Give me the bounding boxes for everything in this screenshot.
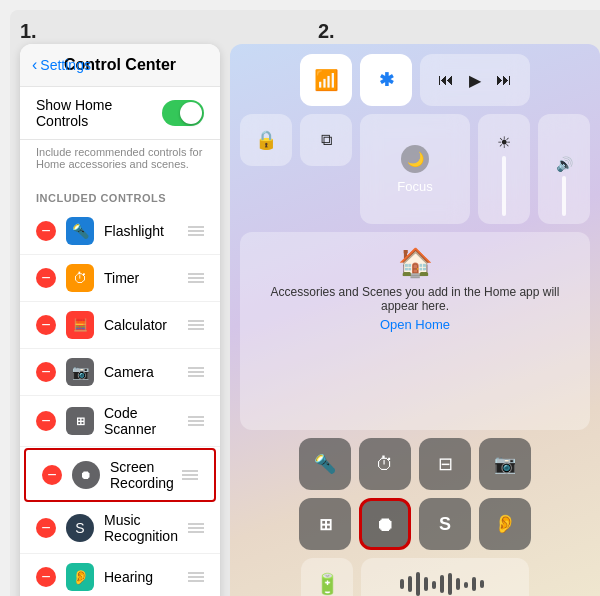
control-item-timer[interactable]: ⏱ Timer — [20, 255, 220, 302]
hearing-cc-icon: 👂 — [494, 513, 516, 535]
drag-handle[interactable] — [188, 416, 204, 426]
calculator-cc-icon: ⊟ — [438, 453, 453, 475]
svg-rect-9 — [472, 577, 476, 591]
remove-code-scanner-button[interactable] — [36, 411, 56, 431]
battery-button[interactable]: 🔋 — [301, 558, 353, 596]
control-item-flashlight[interactable]: 🔦 Flashlight — [20, 208, 220, 255]
remove-camera-button[interactable] — [36, 362, 56, 382]
code-scanner-label: Code Scanner — [104, 405, 188, 437]
hearing-cc-button[interactable]: 👂 — [479, 498, 531, 550]
music-recognition-label: Music Recognition — [104, 512, 188, 544]
waveform-icon — [395, 569, 495, 596]
svg-rect-3 — [424, 577, 428, 591]
battery-icon: 🔋 — [315, 572, 340, 596]
camera-cc-icon: 📷 — [494, 453, 516, 475]
wifi-icon: 📶 — [314, 68, 339, 92]
control-item-screen-recording[interactable]: ⏺ Screen Recording — [24, 448, 216, 502]
settings-back-button[interactable]: ‹ Settings — [32, 56, 91, 74]
settings-panel: ‹ Settings Control Center Show Home Cont… — [20, 44, 220, 596]
shazam-cc-button[interactable]: S — [419, 498, 471, 550]
forward-icon: ⏭ — [496, 71, 512, 89]
volume-slider[interactable]: 🔊 — [538, 114, 590, 224]
flashlight-cc-button[interactable]: 🔦 — [299, 438, 351, 490]
drag-handle[interactable] — [188, 523, 204, 533]
screen-recording-cc-button[interactable]: ⏺ — [359, 498, 411, 550]
rotation-icon: 🔒 — [255, 129, 277, 151]
remove-timer-button[interactable] — [36, 268, 56, 288]
svg-rect-7 — [456, 578, 460, 590]
drag-handle[interactable] — [188, 367, 204, 377]
wifi-button[interactable]: 📶 — [300, 54, 352, 106]
drag-handle[interactable] — [188, 320, 204, 330]
show-home-controls-toggle[interactable] — [162, 100, 204, 126]
control-item-camera[interactable]: 📷 Camera — [20, 349, 220, 396]
svg-rect-5 — [440, 575, 444, 593]
scanner-cc-icon: ⊞ — [319, 515, 332, 534]
drag-handle[interactable] — [188, 572, 204, 582]
remove-calculator-button[interactable] — [36, 315, 56, 335]
svg-rect-10 — [480, 580, 484, 588]
volume-icon: 🔊 — [556, 156, 573, 172]
brightness-slider[interactable]: ☀ — [478, 114, 530, 224]
control-center-panel: 📶 ✱ ⏮ ▶ ⏭ 🔒 ⧉ 🌙 Focus — [230, 44, 600, 596]
drag-handle[interactable] — [182, 470, 198, 480]
mirror-button[interactable]: ⧉ — [300, 114, 352, 166]
cc-row-2: 🔒 ⧉ 🌙 Focus ☀ 🔊 — [240, 114, 590, 224]
camera-icon: 📷 — [66, 358, 94, 386]
control-item-hearing[interactable]: 👂 Hearing — [20, 554, 220, 596]
svg-rect-6 — [448, 573, 452, 595]
flashlight-icon: 🔦 — [66, 217, 94, 245]
scanner-cc-button[interactable]: ⊞ — [299, 498, 351, 550]
svg-rect-8 — [464, 582, 468, 588]
rewind-icon: ⏮ — [438, 71, 454, 89]
remove-screen-recording-button[interactable] — [42, 465, 62, 485]
playback-controls[interactable]: ⏮ ▶ ⏭ — [420, 54, 530, 106]
drag-handle[interactable] — [188, 273, 204, 283]
focus-icon: 🌙 — [401, 145, 429, 173]
flashlight-label: Flashlight — [104, 223, 188, 239]
rotation-lock-button[interactable]: 🔒 — [240, 114, 292, 166]
settings-header: ‹ Settings Control Center — [20, 44, 220, 87]
control-item-music-recognition[interactable]: S Music Recognition — [20, 503, 220, 554]
music-recognition-icon: S — [66, 514, 94, 542]
focus-button[interactable]: 🌙 Focus — [360, 114, 470, 224]
mirror-icon: ⧉ — [321, 131, 332, 149]
control-item-code-scanner[interactable]: ⊞ Code Scanner — [20, 396, 220, 447]
control-item-calculator[interactable]: 🧮 Calculator — [20, 302, 220, 349]
screen-recording-label: Screen Recording — [110, 459, 182, 491]
screen-recording-icon: ⏺ — [72, 461, 100, 489]
open-home-link[interactable]: Open Home — [254, 317, 576, 332]
toggle-label: Show Home Controls — [36, 97, 162, 129]
focus-label: Focus — [397, 179, 432, 194]
svg-rect-1 — [408, 576, 412, 592]
cc-row-1: 📶 ✱ ⏮ ▶ ⏭ — [240, 54, 590, 106]
home-text: Accessories and Scenes you add in the Ho… — [254, 285, 576, 313]
flashlight-cc-icon: 🔦 — [314, 453, 336, 475]
toggle-row[interactable]: Show Home Controls — [20, 87, 220, 140]
remove-flashlight-button[interactable] — [36, 221, 56, 241]
svg-rect-0 — [400, 579, 404, 589]
battery-row: 🔋 — [240, 558, 590, 596]
timer-cc-button[interactable]: ⏱ — [359, 438, 411, 490]
hearing-icon: 👂 — [66, 563, 94, 591]
step-1-label: 1. — [20, 20, 37, 43]
bottom-grid: 🔦 ⏱ ⊟ 📷 ⊞ ⏺ S 👂 — [240, 438, 590, 550]
camera-cc-button[interactable]: 📷 — [479, 438, 531, 490]
remove-music-recognition-button[interactable] — [36, 518, 56, 538]
drag-handle[interactable] — [188, 226, 204, 236]
svg-rect-2 — [416, 572, 420, 596]
remove-hearing-button[interactable] — [36, 567, 56, 587]
voice-memo-cc-button[interactable] — [361, 558, 529, 596]
toggle-description: Include recommended controls for Home ac… — [20, 140, 220, 178]
step-2-label: 2. — [318, 20, 335, 43]
timer-icon: ⏱ — [66, 264, 94, 292]
bluetooth-button[interactable]: ✱ — [360, 54, 412, 106]
code-scanner-icon: ⊞ — [66, 407, 94, 435]
home-icon: 🏠 — [254, 246, 576, 279]
screen-recording-cc-icon: ⏺ — [375, 513, 395, 536]
timer-cc-icon: ⏱ — [376, 454, 394, 475]
timer-label: Timer — [104, 270, 188, 286]
brightness-icon: ☀ — [497, 133, 511, 152]
included-controls-header: INCLUDED CONTROLS — [20, 178, 220, 208]
calculator-cc-button[interactable]: ⊟ — [419, 438, 471, 490]
